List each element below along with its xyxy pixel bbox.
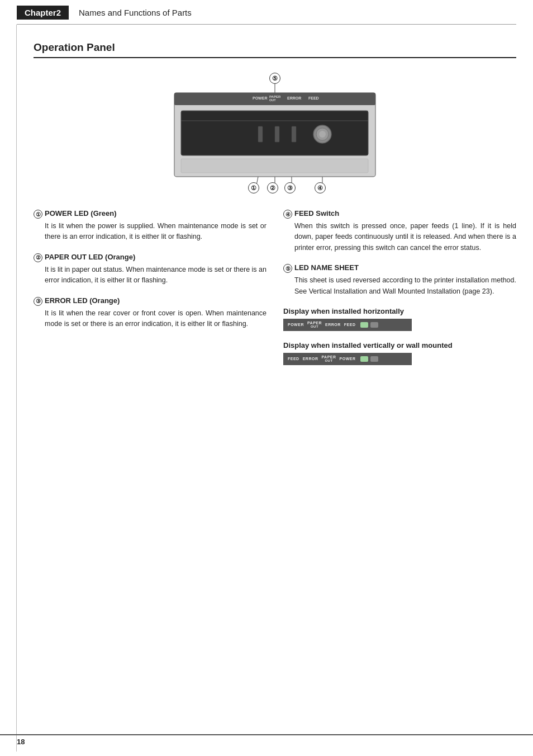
- svg-rect-16: [181, 159, 368, 173]
- left-border: [0, 25, 17, 752]
- desc-heading-2: ② PAPER OUT LED (Orange): [34, 253, 266, 262]
- led-text-feed-v: FEED: [288, 357, 299, 361]
- desc-body-1: It is lit when the power is supplied. Wh…: [45, 221, 266, 243]
- page-header: Chapter2 Names and Functions of Parts: [17, 0, 516, 25]
- svg-text:OUT: OUT: [269, 98, 276, 102]
- chapter-badge: Chapter2: [17, 6, 69, 20]
- desc-number-4: ④: [283, 210, 292, 219]
- display-vertical-block: Display when installed vertically or wal…: [283, 341, 516, 365]
- led-labels-horizontal: POWER PAPEROUT ERROR FEED: [288, 321, 356, 329]
- led-strip-vertical: FEED ERROR PAPEROUT POWER: [283, 353, 412, 365]
- diagram-area: POWER PAPER OUT ERROR FEED: [34, 70, 516, 193]
- section-title: Operation Panel: [34, 41, 516, 54]
- main-content: Operation Panel POWER PAPER OUT ERROR FE…: [17, 25, 533, 752]
- desc-body-3: It is lit when the rear cover or front c…: [45, 308, 266, 330]
- svg-rect-7: [181, 111, 368, 155]
- callout-5: ⑤: [269, 73, 280, 84]
- desc-item-1: ① POWER LED (Green) It is lit when the p…: [34, 209, 266, 243]
- desc-item-4: ④ FEED Switch When this switch is presse…: [283, 209, 516, 253]
- led-text-paperout: PAPEROUT: [307, 321, 322, 329]
- desc-heading-5: ⑤ LED NAME SHEET: [283, 263, 516, 273]
- led-text-power-v: POWER: [340, 357, 356, 361]
- svg-text:FEED: FEED: [308, 96, 319, 100]
- led-text-feed: FEED: [344, 323, 356, 327]
- desc-body-4: When this switch is pressed once, paper …: [294, 221, 516, 253]
- page-body: Operation Panel POWER PAPER OUT ERROR FE…: [0, 25, 533, 752]
- led-indicator-1: [360, 322, 368, 328]
- desc-heading-1: ① POWER LED (Green): [34, 209, 266, 219]
- desc-col-left: ① POWER LED (Green) It is lit when the p…: [34, 209, 266, 375]
- header-title: Names and Functions of Parts: [79, 8, 192, 17]
- led-text-error: ERROR: [325, 323, 341, 327]
- svg-rect-10: [258, 126, 263, 142]
- svg-rect-11: [275, 126, 279, 142]
- desc-item-3: ③ ERROR LED (Orange) It is lit when the …: [34, 296, 266, 330]
- led-indicator-v2: [370, 356, 378, 362]
- callout-2: ②: [267, 182, 278, 193]
- desc-col-right: ④ FEED Switch When this switch is presse…: [283, 209, 516, 375]
- desc-item-5: ⑤ LED NAME SHEET This sheet is used reve…: [283, 263, 516, 297]
- desc-heading-4: ④ FEED Switch: [283, 209, 516, 219]
- led-strip-horizontal: POWER PAPEROUT ERROR FEED: [283, 319, 412, 331]
- desc-number-5: ⑤: [283, 264, 292, 273]
- description-columns: ① POWER LED (Green) It is lit when the p…: [34, 209, 516, 375]
- led-text-error-v: ERROR: [303, 357, 318, 361]
- led-labels-vertical: FEED ERROR PAPEROUT POWER: [288, 355, 356, 363]
- display-horizontal-block: Display when installed horizontally POWE…: [283, 307, 516, 331]
- led-indicator-2: [370, 322, 378, 328]
- page-footer: 18: [0, 734, 533, 746]
- svg-rect-12: [292, 126, 296, 142]
- desc-body-2: It is lit in paper out status. When main…: [45, 264, 266, 286]
- callout-3: ③: [284, 182, 296, 193]
- section-title-block: Operation Panel: [34, 41, 516, 58]
- desc-number-1: ①: [34, 210, 42, 219]
- svg-text:ERROR: ERROR: [287, 96, 301, 100]
- desc-number-2: ②: [34, 253, 42, 262]
- diagram-wrap: POWER PAPER OUT ERROR FEED: [158, 70, 392, 193]
- led-indicator-v1: [360, 356, 368, 362]
- display-horizontal-label: Display when installed horizontally: [283, 307, 516, 315]
- svg-text:POWER: POWER: [253, 96, 267, 100]
- desc-body-5: This sheet is used reversed according to…: [294, 275, 516, 297]
- callout-1: ①: [248, 182, 259, 193]
- led-text-power: POWER: [288, 323, 304, 327]
- printer-panel-svg: POWER PAPER OUT ERROR FEED: [158, 70, 392, 193]
- desc-item-2: ② PAPER OUT LED (Orange) It is lit in pa…: [34, 253, 266, 286]
- desc-heading-3: ③ ERROR LED (Orange): [34, 296, 266, 306]
- page-number: 18: [17, 735, 25, 746]
- callout-4: ④: [315, 182, 326, 193]
- display-vertical-label: Display when installed vertically or wal…: [283, 341, 516, 349]
- svg-point-15: [319, 131, 326, 138]
- desc-number-3: ③: [34, 297, 42, 306]
- led-text-paperout-v: PAPEROUT: [321, 355, 336, 363]
